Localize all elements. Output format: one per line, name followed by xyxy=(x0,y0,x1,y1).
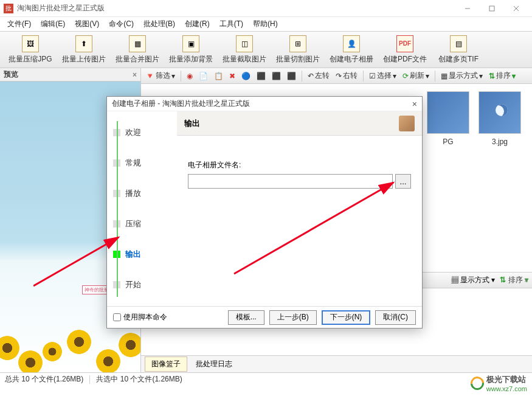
bottom-tabs: 图像篮子 批处理日志 xyxy=(141,355,532,372)
wizard-nav: 欢迎 常规 播放 压缩 输出 开始 xyxy=(107,111,177,306)
menu-edit[interactable]: 编辑(E) xyxy=(36,18,70,30)
template-button[interactable]: 模板... xyxy=(228,310,264,325)
preview-close-icon[interactable]: × xyxy=(133,71,137,79)
tool-album[interactable]: 👤创建电子相册 xyxy=(325,34,378,66)
status-total: 总共 10 个文件(1.26MB) xyxy=(5,374,83,384)
preview-title: 预览 xyxy=(4,69,18,80)
next-button[interactable]: 下一步(N) xyxy=(322,310,371,325)
wizard-header: 输出 xyxy=(177,111,422,136)
prev-button[interactable]: 上一步(B) xyxy=(269,310,317,325)
thumb-label: 3.jpg xyxy=(492,137,508,146)
tool-compress-jpg[interactable]: 🖼批量压缩JPG xyxy=(4,34,57,66)
lower-close-icon[interactable]: × xyxy=(524,276,528,285)
dialog-close-icon[interactable]: × xyxy=(412,99,417,109)
wizard-header-icon xyxy=(399,116,415,131)
tool-icon-4[interactable]: ⬛ xyxy=(255,72,268,80)
title-bar: 批 淘淘图片批处理之星正式版 xyxy=(0,0,532,17)
maximize-button[interactable] xyxy=(480,1,504,16)
thumbnail-image xyxy=(427,91,469,134)
tool-icon-3[interactable]: 🔵 xyxy=(240,72,252,80)
status-selected: 共选中 10 个文件(1.26MB) xyxy=(96,374,182,384)
wizard-content: 电子相册文件名: ... xyxy=(177,136,422,306)
tool-merge[interactable]: ▦批量合并图片 xyxy=(111,34,164,66)
menu-file[interactable]: 文件(F) xyxy=(2,18,36,30)
tab-log[interactable]: 批处理日志 xyxy=(192,357,236,371)
window-title: 淘淘图片批处理之星正式版 xyxy=(17,3,455,13)
record-icon[interactable]: ◉ xyxy=(185,72,195,80)
cancel-button[interactable]: 取消(C) xyxy=(375,310,416,325)
script-checkbox[interactable]: 使用脚本命令 xyxy=(113,312,167,322)
tool-crop[interactable]: ◫批量截取图片 xyxy=(218,34,271,66)
tool-upload[interactable]: ⬆批量上传图片 xyxy=(57,34,111,66)
menu-cmd[interactable]: 命令(C) xyxy=(104,18,139,30)
thumb-item[interactable]: PG xyxy=(427,91,469,146)
wizard-header-title: 输出 xyxy=(184,118,200,129)
sort-dropdown[interactable]: ⇅ 排序 ▾ xyxy=(487,71,517,81)
site-logo-icon xyxy=(468,374,486,393)
delete-icon[interactable]: ✖ xyxy=(227,72,237,80)
browse-button[interactable]: ... xyxy=(395,174,411,189)
close-button[interactable] xyxy=(504,1,528,16)
menu-batch[interactable]: 批处理(B) xyxy=(139,18,180,30)
app-icon: 批 xyxy=(4,4,13,13)
script-checkbox-input[interactable] xyxy=(113,313,121,321)
filename-input[interactable] xyxy=(188,174,393,189)
dialog-title-bar: 创建电子相册 - 淘淘图片批处理之星正式版 × xyxy=(107,97,422,111)
wizard-main: 输出 电子相册文件名: ... xyxy=(177,111,422,306)
viewmode-dropdown[interactable]: ▦ 显示方式 ▾ xyxy=(439,71,485,81)
sub-toolbar: 🔻 筛选 ▾ ◉ 📄 📋 ✖ 🔵 ⬛ ⬛ ⬛ ↶ 左转 ↷ 右转 ☑ 选择 ▾ … xyxy=(141,68,532,84)
tool-cut[interactable]: ⊞批量切割图片 xyxy=(271,34,325,66)
tool-icon-5[interactable]: ⬛ xyxy=(270,72,283,80)
tool-icon-1[interactable]: 📄 xyxy=(197,72,210,80)
site-watermark: 极光下载站 www.xz7.com xyxy=(471,374,527,392)
preview-header: 预览 × xyxy=(0,68,140,82)
filter-dropdown[interactable]: 🔻 筛选 ▾ xyxy=(143,71,177,81)
main-toolbar: 🖼批量压缩JPG ⬆批量上传图片 ▦批量合并图片 ▣批量添加背景 ◫批量截取图片… xyxy=(0,32,532,68)
site-url: www.xz7.com xyxy=(486,385,527,392)
svg-rect-1 xyxy=(489,6,494,11)
refresh-dropdown[interactable]: ⟳ 刷新 ▾ xyxy=(401,71,431,81)
rotate-left[interactable]: ↶ 左转 xyxy=(306,71,331,81)
thumbnail-image xyxy=(478,91,521,134)
rotate-right[interactable]: ↷ 右转 xyxy=(334,71,359,81)
menu-bar: 文件(F) 编辑(E) 视图(V) 命令(C) 批处理(B) 创建(R) 工具(… xyxy=(0,17,532,32)
select-dropdown[interactable]: ☑ 选择 ▾ xyxy=(367,71,398,81)
site-name: 极光下载站 xyxy=(486,374,527,385)
minimize-button[interactable] xyxy=(455,1,480,16)
menu-view[interactable]: 视图(V) xyxy=(70,18,104,30)
tool-pdf[interactable]: PDF创建PDF文件 xyxy=(378,34,432,66)
tool-tif[interactable]: ▤创建多页TIF xyxy=(432,34,485,66)
tab-basket[interactable]: 图像篮子 xyxy=(145,357,187,372)
thumb-label: PG xyxy=(443,137,453,146)
filename-label: 电子相册文件名: xyxy=(188,160,411,170)
tool-icon-2[interactable]: 📋 xyxy=(212,72,225,80)
dialog-footer: 使用脚本命令 模板... 上一步(B) 下一步(N) 取消(C) xyxy=(107,306,422,328)
lower-viewmode[interactable]: ▦ 显示方式 ▾ xyxy=(451,275,496,285)
menu-help[interactable]: 帮助(H) xyxy=(248,18,283,30)
tool-addbg[interactable]: ▣批量添加背景 xyxy=(164,34,218,66)
tool-icon-6[interactable]: ⬛ xyxy=(285,72,298,80)
thumb-item[interactable]: 3.jpg xyxy=(478,91,521,146)
status-bar: 总共 10 个文件(1.26MB) 共选中 10 个文件(1.26MB) xyxy=(0,372,532,386)
menu-create[interactable]: 创建(R) xyxy=(180,18,215,30)
menu-tools[interactable]: 工具(T) xyxy=(215,18,248,30)
dialog-title: 创建电子相册 - 淘淘图片批处理之星正式版 xyxy=(112,99,250,109)
create-album-dialog: 创建电子相册 - 淘淘图片批处理之星正式版 × 欢迎 常规 播放 压缩 输出 开… xyxy=(106,96,423,329)
